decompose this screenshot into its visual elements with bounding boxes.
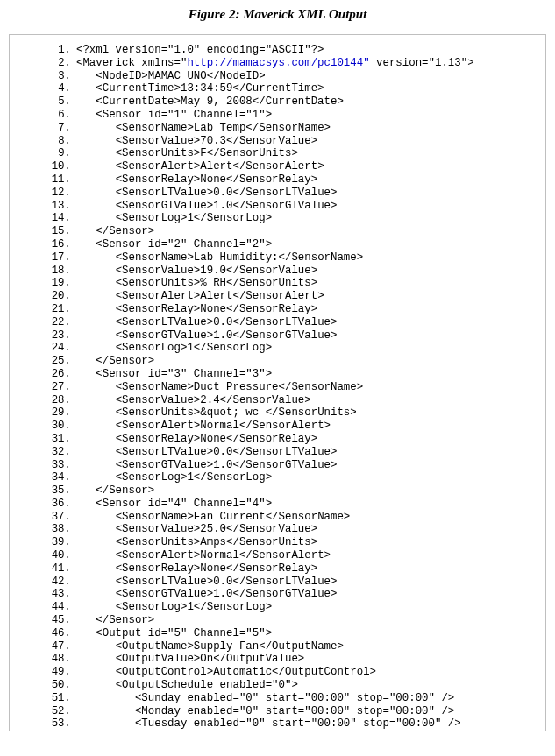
indent xyxy=(76,692,135,705)
code-text: <SensorGTValue>1.0</SensorGTValue> xyxy=(116,588,338,601)
indent xyxy=(76,679,116,692)
indent xyxy=(76,420,116,433)
line-number: 5. xyxy=(17,95,76,109)
line-number: 51. xyxy=(17,692,76,705)
line-number: 16. xyxy=(17,238,76,251)
line-number: 50. xyxy=(17,679,76,692)
indent xyxy=(76,614,96,627)
code-text: <SensorLog>1</SensorLog> xyxy=(116,601,272,614)
code-text: <SensorGTValue>1.0</SensorGTValue> xyxy=(116,459,338,472)
code-line: 21. <SensorRelay>None</SensorRelay> xyxy=(17,303,538,316)
code-text: <Output id="5" Channel="5"> xyxy=(96,627,272,640)
code-line: 22. <SensorLTValue>0.0</SensorLTValue> xyxy=(17,316,538,329)
indent xyxy=(76,536,116,549)
indent xyxy=(76,368,96,381)
indent xyxy=(76,627,96,640)
code-text: <CurrentTime>13:34:59</CurrentTime> xyxy=(96,82,324,95)
indent xyxy=(76,588,116,601)
code-line: 23. <SensorGTValue>1.0</SensorGTValue> xyxy=(17,329,538,343)
code-text: <SensorUnits>% RH</SensorUnits> xyxy=(116,277,318,290)
indent xyxy=(76,511,116,524)
line-number: 46. xyxy=(17,627,76,640)
code-line: 49. <OutputControl>Automatic</OutputCont… xyxy=(17,666,538,679)
indent xyxy=(76,109,96,122)
code-line: 52. <Monday enabled="0" start="00:00" st… xyxy=(17,705,538,718)
indent xyxy=(76,200,116,213)
code-text: <SensorUnits>F</SensorUnits> xyxy=(116,147,298,160)
code-line: 51. <Sunday enabled="0" start="00:00" st… xyxy=(17,692,538,705)
code-line: 53. <Tuesday enabled="0" start="00:00" s… xyxy=(17,717,538,731)
line-number: 31. xyxy=(17,433,76,446)
indent xyxy=(76,251,116,265)
code-text: <Monday enabled="0" start="00:00" stop="… xyxy=(135,705,454,718)
code-line: 48. <OutputValue>On</OutputValue> xyxy=(17,653,538,666)
indent xyxy=(76,212,116,225)
line-number: 32. xyxy=(17,446,76,459)
code-line: 13. <SensorGTValue>1.0</SensorGTValue> xyxy=(17,200,538,213)
code-text: <SensorLog>1</SensorLog> xyxy=(116,342,272,355)
indent xyxy=(76,433,116,446)
code-text: <?xml version="1.0" encoding="ASCII"?> xyxy=(76,44,324,57)
indent xyxy=(76,225,96,238)
indent xyxy=(76,355,96,368)
code-text: <OutputName>Supply Fan</OutputName> xyxy=(116,640,344,654)
line-number: 13. xyxy=(17,200,76,213)
indent xyxy=(76,187,116,200)
code-line: 26. <Sensor id="3" Channel="3"> xyxy=(17,368,538,381)
code-text: </Sensor> xyxy=(96,484,154,498)
code-text: <SensorName>Lab Humidity:</SensorName> xyxy=(116,251,364,265)
code-line: 15. </Sensor> xyxy=(17,225,538,238)
code-line: 45. </Sensor> xyxy=(17,614,538,627)
line-number: 12. xyxy=(17,187,76,200)
code-text: <SensorAlert>Normal</SensorAlert> xyxy=(116,549,331,562)
xml-namespace-link[interactable]: http://mamacsys.com/pc10144" xyxy=(187,57,369,69)
line-number: 4. xyxy=(17,82,76,95)
line-number: 22. xyxy=(17,316,76,329)
indent xyxy=(76,459,116,472)
code-line: 24. <SensorLog>1</SensorLog> xyxy=(17,342,538,355)
line-number: 41. xyxy=(17,562,76,576)
code-text: <NodeID>MAMAC UNO</NodeID> xyxy=(96,70,265,83)
indent xyxy=(76,381,116,394)
code-text: <Sensor id="2" Channel="2"> xyxy=(96,238,272,251)
code-text: <Sensor id="1" Channel="1"> xyxy=(96,109,272,122)
code-line: 30. <SensorAlert>Normal</SensorAlert> xyxy=(17,420,538,433)
line-number: 20. xyxy=(17,290,76,303)
line-number: 23. xyxy=(17,329,76,343)
line-number: 26. xyxy=(17,368,76,381)
code-text: <SensorValue>2.4</SensorValue> xyxy=(116,394,311,407)
indent xyxy=(76,316,116,329)
line-number: 39. xyxy=(17,536,76,549)
code-line: 8. <SensorValue>70.3</SensorValue> xyxy=(17,135,538,148)
indent xyxy=(76,277,116,290)
line-number: 2. xyxy=(17,57,76,70)
code-line: 31. <SensorRelay>None</SensorRelay> xyxy=(17,433,538,446)
code-line: 37. <SensorName>Fan Current</SensorName> xyxy=(17,511,538,524)
code-line: 17. <SensorName>Lab Humidity:</SensorNam… xyxy=(17,251,538,265)
code-line: 11. <SensorRelay>None</SensorRelay> xyxy=(17,173,538,187)
code-line: 9. <SensorUnits>F</SensorUnits> xyxy=(17,147,538,160)
indent xyxy=(76,70,96,83)
code-text: <SensorValue>70.3</SensorValue> xyxy=(116,135,318,148)
code-text: <SensorRelay>None</SensorRelay> xyxy=(116,562,318,576)
line-number: 42. xyxy=(17,576,76,589)
code-text: <CurrentDate>May 9, 2008</CurrentDate> xyxy=(96,95,344,109)
indent xyxy=(76,653,116,666)
indent xyxy=(76,498,96,511)
code-text: <Sensor id="3" Channel="3"> xyxy=(96,368,272,381)
code-text: <SensorUnits>&quot; wc </SensorUnits> xyxy=(116,406,357,420)
code-line: 20. <SensorAlert>Alert</SensorAlert> xyxy=(17,290,538,303)
line-number: 28. xyxy=(17,394,76,407)
code-text: <SensorValue>19.0</SensorValue> xyxy=(116,265,318,278)
code-text: <SensorName>Fan Current</SensorName> xyxy=(116,511,351,524)
code-text: <SensorRelay>None</SensorRelay> xyxy=(116,303,318,316)
indent xyxy=(76,562,116,576)
indent xyxy=(76,160,116,173)
indent xyxy=(76,705,135,718)
line-number: 9. xyxy=(17,147,76,160)
line-number: 35. xyxy=(17,484,76,498)
code-frame: 1.<?xml version="1.0" encoding="ASCII"?>… xyxy=(9,34,546,731)
line-number: 45. xyxy=(17,614,76,627)
code-text: <SensorGTValue>1.0</SensorGTValue> xyxy=(116,200,338,213)
indent xyxy=(76,303,116,316)
